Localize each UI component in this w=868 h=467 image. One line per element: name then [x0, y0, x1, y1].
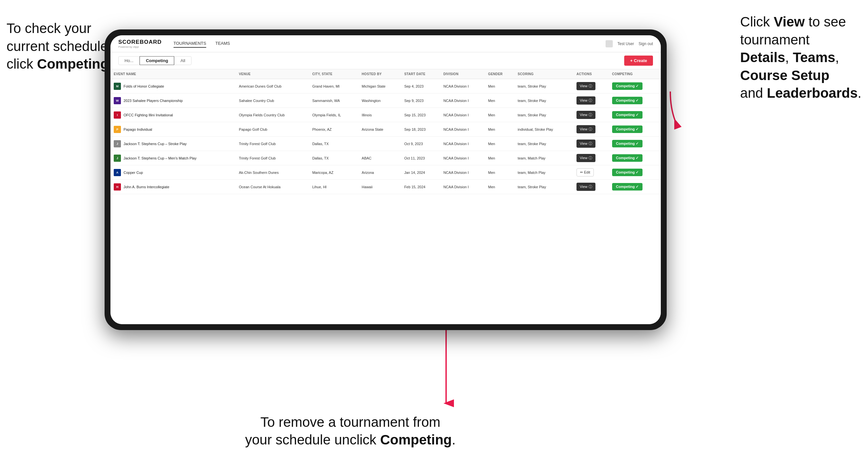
cell-competing: Competing ✓: [609, 136, 661, 151]
annotation-line3: click Competing.: [6, 56, 113, 71]
cell-scoring: team, Stroke Play: [515, 79, 573, 93]
edit-button[interactable]: ✏ Edit: [577, 168, 594, 177]
cell-division: NCAA Division I: [440, 122, 485, 136]
bottom-line1: To remove a tournament from: [260, 414, 440, 430]
competing-button[interactable]: Competing ✓: [612, 183, 643, 190]
table-row: H John A. Burns Intercollegiate Ocean Co…: [111, 180, 661, 194]
cell-event-name: P Papago Individual: [111, 122, 236, 136]
cell-city-state: Olympia Fields, IL: [309, 108, 358, 122]
cell-competing: Competing ✓: [609, 180, 661, 194]
cell-event-name: M Folds of Honor Collegiate: [111, 79, 236, 93]
view-button[interactable]: View ⓘ: [577, 96, 595, 104]
cell-city-state: Dallas, TX: [309, 136, 358, 151]
view-button[interactable]: View ⓘ: [577, 111, 595, 119]
filter-bar: Ho... Competing All + Create: [111, 52, 661, 69]
col-hosted-by: HOSTED BY: [359, 69, 401, 79]
cell-hosted-by: Arizona: [359, 165, 401, 180]
cell-event-name: A Copper Cup: [111, 165, 236, 180]
view-button[interactable]: View ⓘ: [577, 82, 595, 90]
nav-link-tournaments[interactable]: TOURNAMENTS: [174, 39, 206, 48]
logo-area: SCOREBOARD Powered by clippi: [118, 39, 162, 49]
user-name: Test User: [617, 41, 634, 46]
cell-start-date: Sep 15, 2023: [401, 108, 440, 122]
annotation-bottom: To remove a tournament from your schedul…: [245, 413, 456, 449]
cell-event-name: I OFCC Fighting Illini Invitational: [111, 108, 236, 122]
nav-link-teams[interactable]: TEAMS: [215, 39, 230, 48]
cell-actions: View ⓘ: [573, 79, 609, 93]
table-row: J Jackson T. Stephens Cup – Men's Match …: [111, 151, 661, 165]
col-gender: GENDER: [485, 69, 515, 79]
cell-division: NCAA Division I: [440, 180, 485, 194]
table-header-row: EVENT NAME VENUE CITY, STATE HOSTED BY S…: [111, 69, 661, 79]
cell-start-date: Sep 4, 2023: [401, 79, 440, 93]
competing-button[interactable]: Competing ✓: [612, 82, 643, 90]
col-venue: VENUE: [236, 69, 309, 79]
cell-hosted-by: Michigan State: [359, 79, 401, 93]
cell-actions: View ⓘ: [573, 93, 609, 108]
filter-tab-competing[interactable]: Competing: [140, 56, 174, 65]
col-event-name: EVENT NAME: [111, 69, 236, 79]
competing-button[interactable]: Competing ✓: [612, 97, 643, 104]
tournaments-table: EVENT NAME VENUE CITY, STATE HOSTED BY S…: [111, 69, 661, 194]
col-competing: COMPETING: [609, 69, 661, 79]
table-row: J Jackson T. Stephens Cup – Stroke Play …: [111, 136, 661, 151]
table-body: M Folds of Honor Collegiate American Dun…: [111, 79, 661, 194]
competing-button[interactable]: Competing ✓: [612, 111, 643, 119]
cell-competing: Competing ✓: [609, 122, 661, 136]
cell-scoring: team, Stroke Play: [515, 180, 573, 194]
cell-hosted-by: Hawaii: [359, 180, 401, 194]
app-logo: SCOREBOARD: [118, 39, 162, 45]
cell-hosted-by: Arizona State: [359, 122, 401, 136]
cell-start-date: Feb 15, 2024: [401, 180, 440, 194]
view-button[interactable]: View ⓘ: [577, 154, 595, 162]
cell-venue: Ak-Chin Southern Dunes: [236, 165, 309, 180]
cell-start-date: Sep 18, 2023: [401, 122, 440, 136]
cell-venue: Sahalee Country Club: [236, 93, 309, 108]
cell-scoring: individual, Stroke Play: [515, 122, 573, 136]
competing-button[interactable]: Competing ✓: [612, 168, 643, 176]
cell-venue: Trinity Forest Golf Club: [236, 151, 309, 165]
tablet-screen: SCOREBOARD Powered by clippi TOURNAMENTS…: [111, 35, 661, 324]
cell-actions: View ⓘ: [573, 136, 609, 151]
competing-button[interactable]: Competing ✓: [612, 154, 643, 162]
filter-tab-all[interactable]: All: [174, 56, 191, 65]
competing-button[interactable]: Competing ✓: [612, 140, 643, 147]
cell-division: NCAA Division I: [440, 165, 485, 180]
cell-scoring: team, Match Play: [515, 151, 573, 165]
cell-city-state: Sammamish, WA: [309, 93, 358, 108]
cell-gender: Men: [485, 165, 515, 180]
annotation-line1: To check your: [6, 21, 91, 36]
cell-gender: Men: [485, 108, 515, 122]
filter-tab-home[interactable]: Ho...: [118, 56, 140, 65]
annotation-top-right: Click View to see tournament Details, Te…: [740, 13, 862, 102]
cell-gender: Men: [485, 151, 515, 165]
cell-division: NCAA Division I: [440, 151, 485, 165]
cell-competing: Competing ✓: [609, 165, 661, 180]
cell-gender: Men: [485, 122, 515, 136]
logo-subtitle: Powered by clippi: [118, 45, 162, 49]
cell-actions: ✏ Edit: [573, 165, 609, 180]
create-button[interactable]: + Create: [624, 56, 653, 66]
cell-venue: Ocean Course At Hokuala: [236, 180, 309, 194]
cell-venue: Olympia Fields Country Club: [236, 108, 309, 122]
nav-right: Test User Sign out: [606, 40, 653, 48]
cell-event-name: W 2023 Sahalee Players Championship: [111, 93, 236, 108]
cell-venue: Papago Golf Club: [236, 122, 309, 136]
tablet-device: SCOREBOARD Powered by clippi TOURNAMENTS…: [104, 29, 667, 330]
col-scoring: SCORING: [515, 69, 573, 79]
col-start-date: START DATE: [401, 69, 440, 79]
view-button[interactable]: View ⓘ: [577, 183, 595, 191]
view-button[interactable]: View ⓘ: [577, 125, 595, 133]
table-row: M Folds of Honor Collegiate American Dun…: [111, 79, 661, 93]
cell-gender: Men: [485, 136, 515, 151]
table-row: I OFCC Fighting Illini Invitational Olym…: [111, 108, 661, 122]
view-button[interactable]: View ⓘ: [577, 139, 595, 148]
cell-hosted-by: ABAC: [359, 151, 401, 165]
sign-out-link[interactable]: Sign out: [639, 41, 653, 46]
cell-hosted-by: Washington: [359, 93, 401, 108]
cell-hosted-by: [359, 136, 401, 151]
competing-button[interactable]: Competing ✓: [612, 125, 643, 133]
app-navbar: SCOREBOARD Powered by clippi TOURNAMENTS…: [111, 35, 661, 52]
col-division: DIVISION: [440, 69, 485, 79]
cell-competing: Competing ✓: [609, 151, 661, 165]
